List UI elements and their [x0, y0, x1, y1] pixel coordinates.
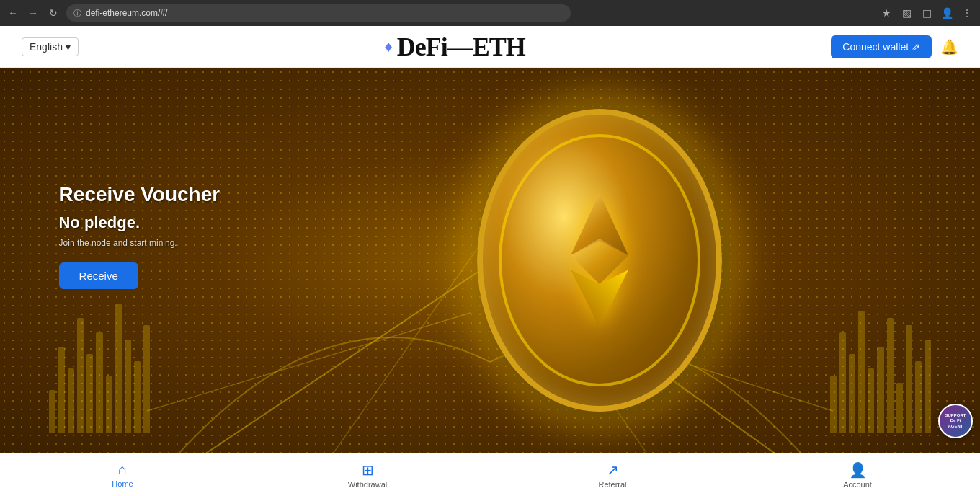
nav-item-account[interactable]: 👤 Account: [735, 461, 980, 489]
browser-forward-button[interactable]: →: [26, 6, 40, 20]
receive-button[interactable]: Receive: [59, 262, 138, 289]
referral-label: Referral: [598, 480, 626, 489]
connect-wallet-button[interactable]: Connect wallet ⇗: [831, 35, 932, 58]
referral-icon: ↗: [607, 461, 619, 479]
hero-text-block: Receive Voucher No pledge. Join the node…: [59, 183, 220, 289]
notification-button[interactable]: 🔔: [940, 38, 958, 56]
header-logo: ♦ DeFi—ETH: [384, 32, 525, 62]
ethereum-logo-svg: [549, 188, 650, 332]
browser-menu-button[interactable]: ⋮: [960, 6, 974, 20]
hero-section: Receive Voucher No pledge. Join the node…: [0, 68, 980, 453]
browser-profile-button[interactable]: 👤: [940, 6, 954, 20]
support-agent-bubble[interactable]: SUPPORTDe FiAGENT: [938, 404, 973, 438]
support-label: SUPPORTDe FiAGENT: [945, 413, 966, 429]
coin-outer: [477, 109, 722, 412]
account-icon: 👤: [849, 461, 867, 479]
logo-text: DeFi—ETH: [397, 32, 525, 62]
home-label: Home: [112, 479, 133, 488]
browser-sidebar-button[interactable]: ◫: [919, 6, 934, 20]
coin-inner-ring: [499, 134, 700, 386]
browser-chrome: ← → ↻ ⓘ defi-ethereum.com/#/ ★ ▧ ◫ 👤 ⋮: [0, 0, 980, 26]
language-label: English: [30, 41, 63, 53]
header: English ▾ ♦ DeFi—ETH Connect wallet ⇗ 🔔: [0, 26, 980, 68]
withdrawal-icon: ⊞: [362, 461, 374, 479]
language-selector[interactable]: English ▾: [22, 37, 79, 56]
header-left: English ▾: [22, 37, 79, 56]
coin-container: [463, 94, 736, 426]
browser-refresh-button[interactable]: ↻: [46, 6, 61, 20]
browser-bookmark-button[interactable]: ★: [879, 6, 894, 20]
hero-title: Receive Voucher: [59, 183, 220, 206]
browser-extension-button[interactable]: ▧: [899, 6, 914, 20]
bar-chart-right: [830, 87, 931, 434]
nav-item-withdrawal[interactable]: ⊞ Withdrawal: [245, 461, 490, 489]
hero-subtitle: No pledge.: [59, 213, 220, 232]
hero-description: Join the node and start mining.: [59, 238, 220, 248]
bottom-navigation: ⌂ Home ⊞ Withdrawal ↗ Referral 👤 Account: [0, 453, 980, 496]
withdrawal-label: Withdrawal: [348, 480, 387, 489]
header-right: Connect wallet ⇗ 🔔: [831, 35, 958, 58]
browser-actions: ★ ▧ ◫ 👤 ⋮: [879, 6, 974, 20]
browser-back-button[interactable]: ←: [6, 6, 20, 20]
browser-url-text: defi-ethereum.com/#/: [86, 8, 167, 18]
nav-item-referral[interactable]: ↗ Referral: [490, 461, 735, 489]
page-content: English ▾ ♦ DeFi—ETH Connect wallet ⇗ 🔔: [0, 26, 980, 496]
nav-item-home[interactable]: ⌂ Home: [0, 461, 245, 488]
browser-url-bar[interactable]: ⓘ defi-ethereum.com/#/: [66, 4, 571, 22]
chevron-down-icon: ▾: [66, 41, 71, 53]
bell-icon: 🔔: [940, 39, 958, 55]
home-icon: ⌂: [118, 461, 127, 478]
eth-logo-icon: ♦: [384, 37, 392, 56]
account-label: Account: [843, 480, 872, 489]
